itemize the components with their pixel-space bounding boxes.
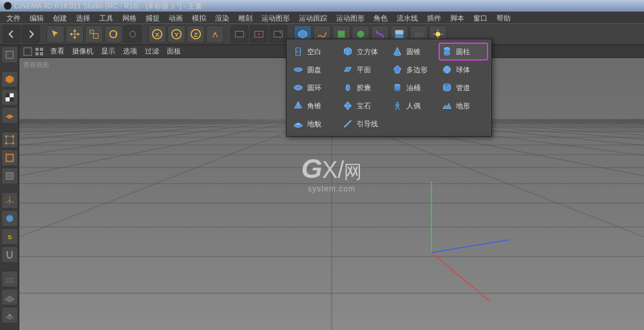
menu-1[interactable]: 编辑 xyxy=(26,13,48,22)
svg-line-68 xyxy=(19,119,193,330)
svg-text:X: X xyxy=(155,31,160,38)
menu-12[interactable]: 运动跟踪 xyxy=(295,13,331,22)
primitive-polygon[interactable]: 多边形 xyxy=(390,61,438,78)
last-tool[interactable] xyxy=(124,25,142,43)
svg-rect-141 xyxy=(346,85,349,91)
coord-system-button[interactable] xyxy=(206,25,224,43)
menu-2[interactable]: 创建 xyxy=(49,13,71,22)
svg-line-106 xyxy=(633,119,644,330)
primitive-torus[interactable]: 圆环 xyxy=(290,79,339,96)
primitive-disc[interactable]: 圆盘 xyxy=(290,61,339,78)
move-tool[interactable] xyxy=(66,25,84,43)
menu-11[interactable]: 运动图形 xyxy=(258,13,294,22)
menu-13[interactable]: 运动图形 xyxy=(332,13,368,22)
primitive-figure[interactable]: 人偶 xyxy=(390,97,438,114)
primitive-cylinder[interactable]: 圆柱 xyxy=(439,43,488,60)
primitive-relief[interactable]: 地貌 xyxy=(290,115,339,132)
menu-0[interactable]: 文件 xyxy=(3,13,24,22)
svg-line-105 xyxy=(621,119,644,330)
menu-5[interactable]: 网格 xyxy=(118,13,140,22)
disc-icon xyxy=(292,63,305,76)
primitive-tube[interactable]: 管道 xyxy=(439,79,488,96)
y-axis-button[interactable]: Y xyxy=(167,25,185,43)
menu-17[interactable]: 脚本 xyxy=(446,13,468,22)
undo-button[interactable] xyxy=(3,25,21,43)
menu-14[interactable]: 角色 xyxy=(370,13,392,22)
menu-7[interactable]: 动画 xyxy=(165,13,187,22)
vpmenu-1[interactable]: 摄像机 xyxy=(68,46,97,55)
make-editable-button[interactable] xyxy=(1,46,18,63)
scale-tool[interactable] xyxy=(85,25,103,43)
svg-point-133 xyxy=(444,53,450,55)
axis-button[interactable] xyxy=(1,192,18,209)
main-menu: 文件编辑创建选择工具网格捕捉动画模拟渲染雕刻运动图形运动跟踪运动图形角色流水线插… xyxy=(0,12,644,23)
edge-mode-button[interactable] xyxy=(1,150,18,166)
svg-rect-10 xyxy=(236,32,244,37)
menu-18[interactable]: 窗口 xyxy=(469,13,491,22)
menu-4[interactable]: 工具 xyxy=(95,13,117,22)
menu-3[interactable]: 选择 xyxy=(72,13,94,22)
select-tool[interactable] xyxy=(46,25,64,43)
svg-line-155 xyxy=(345,121,352,128)
redo-button[interactable] xyxy=(22,25,40,43)
render-settings-button[interactable] xyxy=(269,25,287,43)
workplane2-button[interactable] xyxy=(1,289,18,306)
workplane1-button[interactable] xyxy=(1,271,18,287)
primitive-pyramid[interactable]: 角锥 xyxy=(290,97,339,114)
primitive-label: 角锥 xyxy=(307,101,321,111)
polygon-mode-button[interactable] xyxy=(1,168,18,184)
svg-rect-27 xyxy=(10,93,14,97)
svg-line-64 xyxy=(19,119,146,330)
render-view-button[interactable] xyxy=(231,25,249,43)
rotate-tool[interactable] xyxy=(104,25,122,43)
menu-6[interactable]: 捕捉 xyxy=(142,13,164,22)
primitive-plane[interactable]: 平面 xyxy=(340,61,388,78)
primitive-sphere[interactable]: 球体 xyxy=(439,61,488,78)
model-mode-button[interactable] xyxy=(1,71,18,88)
menu-10[interactable]: 雕刻 xyxy=(234,13,256,22)
vpmenu-4[interactable]: 过滤 xyxy=(141,46,163,55)
workplane-mode-button[interactable] xyxy=(1,107,18,124)
menu-8[interactable]: 模拟 xyxy=(188,13,210,22)
menu-16[interactable]: 插件 xyxy=(423,13,445,22)
primitive-cube[interactable]: 立方体 xyxy=(340,43,388,60)
polygon-icon xyxy=(391,63,404,76)
render-region-button[interactable] xyxy=(250,25,268,43)
primitive-platonic[interactable]: 宝石 xyxy=(340,97,388,114)
menu-9[interactable]: 渲染 xyxy=(211,13,233,22)
soft-select-button[interactable] xyxy=(1,246,18,263)
x-axis-button[interactable]: X xyxy=(148,25,166,43)
primitive-guide[interactable]: 引导线 xyxy=(340,115,388,132)
svg-point-136 xyxy=(444,66,451,73)
svg-line-91 xyxy=(459,119,644,330)
vp-icon2[interactable] xyxy=(35,47,44,56)
vpmenu-0[interactable]: 查看 xyxy=(46,46,68,55)
primitive-capsule[interactable]: 胶囊 xyxy=(340,79,388,96)
viewport-solo-button[interactable] xyxy=(1,210,18,227)
point-mode-button[interactable] xyxy=(1,131,18,148)
primitive-landscape[interactable]: 地形 xyxy=(439,97,488,114)
svg-line-95 xyxy=(506,119,644,330)
svg-rect-28 xyxy=(5,97,9,101)
texture-mode-button[interactable] xyxy=(1,89,18,106)
vpmenu-2[interactable]: 显示 xyxy=(97,46,119,55)
menu-19[interactable]: 帮助 xyxy=(493,13,515,22)
primitive-label: 圆盘 xyxy=(307,65,321,75)
svg-line-100 xyxy=(564,119,644,330)
workplane3-button[interactable] xyxy=(1,307,18,324)
primitive-null[interactable]: 0空白 xyxy=(290,43,339,60)
menu-15[interactable]: 流水线 xyxy=(393,13,422,22)
landscape-icon xyxy=(440,99,453,112)
primitive-oiltank[interactable]: 油桶 xyxy=(390,79,438,96)
primitive-cone[interactable]: 圆锥 xyxy=(390,43,438,60)
vpmenu-5[interactable]: 面板 xyxy=(163,46,185,55)
null-icon: 0 xyxy=(292,45,305,58)
svg-line-56 xyxy=(19,119,53,330)
vp-icon1[interactable] xyxy=(23,47,32,56)
snap-button[interactable]: S xyxy=(1,228,18,245)
svg-point-32 xyxy=(12,135,14,138)
vpmenu-3[interactable]: 选项 xyxy=(119,46,141,55)
svg-line-82 xyxy=(355,119,644,330)
z-axis-button[interactable]: Z xyxy=(187,25,205,43)
svg-line-63 xyxy=(19,119,135,330)
